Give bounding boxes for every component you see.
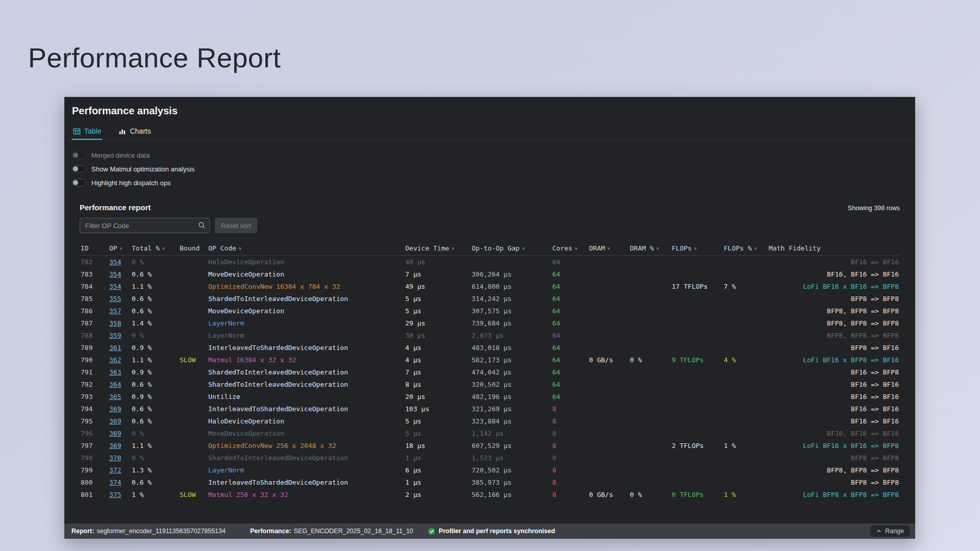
cell-op[interactable]: 369 <box>108 439 131 452</box>
cell-op[interactable]: 363 <box>108 366 131 378</box>
column-header-cores[interactable]: Cores▼ <box>551 241 588 256</box>
column-header-gap[interactable]: Op-to-Op Gap▼ <box>471 241 551 256</box>
cell-op[interactable]: 354 <box>108 256 131 268</box>
op-link[interactable]: 369 <box>109 442 121 449</box>
sort-arrow-icon[interactable]: ▼ <box>607 246 610 251</box>
sort-arrow-icon[interactable]: ▼ <box>694 246 697 251</box>
cell-op[interactable]: 370 <box>108 452 131 464</box>
column-header-flops[interactable]: FLOPs▼ <box>671 241 723 256</box>
cell-op[interactable]: 372 <box>108 464 131 476</box>
column-label: Device Time <box>405 244 449 252</box>
table-row[interactable]: 7913630.9 %ShardedToInterleavedDeviceOpe… <box>80 366 900 378</box>
column-header-id[interactable]: ID <box>80 241 108 256</box>
table-row[interactable]: 7943690.6 %InterleavedToShardedDeviceOpe… <box>80 403 900 415</box>
cell-op[interactable]: 361 <box>108 341 131 354</box>
column-header-total[interactable]: Total %▼ <box>131 241 179 256</box>
table-row[interactable]: 7983700 %ShardedToInterleavedDeviceOpera… <box>80 452 900 464</box>
op-link[interactable]: 369 <box>109 430 121 437</box>
column-header-flops_pct[interactable]: FLOPs %▼ <box>723 241 768 256</box>
cell-dram_pct <box>629 329 671 341</box>
table-row[interactable]: 7923640.6 %ShardedToInterleavedDeviceOpe… <box>80 378 900 390</box>
cell-op[interactable]: 369 <box>108 403 131 415</box>
op-link[interactable]: 364 <box>109 381 121 388</box>
cell-op[interactable]: 359 <box>108 329 131 341</box>
sort-arrow-icon[interactable]: ▼ <box>575 246 577 251</box>
op-link[interactable]: 369 <box>109 405 121 413</box>
op-link[interactable]: 369 <box>109 417 121 425</box>
cell-op[interactable]: 357 <box>108 305 131 317</box>
table-row[interactable]: 7933650.9 %Untilize20 µs482,196 µs64BF16… <box>80 390 900 403</box>
sort-arrow-icon[interactable]: ▼ <box>120 246 122 251</box>
column-header-bound[interactable]: Bound <box>179 241 207 256</box>
toggle-show-matmul-optimization[interactable]: Show Matmul optimization analysis <box>72 164 908 173</box>
cell-dram_pct <box>629 341 671 354</box>
op-link[interactable]: 354 <box>109 270 121 278</box>
performance-label: Performance: <box>250 528 291 535</box>
cell-op[interactable]: 362 <box>108 354 131 366</box>
cell-op[interactable]: 369 <box>108 427 131 439</box>
check-circle-icon <box>428 528 435 535</box>
table-row[interactable]: 7873581.4 %LayerNorm29 µs739,684 µs64BFP… <box>80 317 900 329</box>
sort-arrow-icon[interactable]: ▼ <box>656 246 659 251</box>
table-row[interactable]: 7903621.1 %SLOWMatmul 16384 x 32 x 324 µ… <box>80 354 900 366</box>
table-row[interactable]: 7953690.6 %HaloDeviceOperation5 µs323,88… <box>80 415 900 427</box>
op-link[interactable]: 355 <box>109 295 121 303</box>
sort-arrow-icon[interactable]: ▼ <box>522 246 525 251</box>
cell-total: 1.1 % <box>131 439 179 452</box>
range-button[interactable]: Range <box>870 525 910 537</box>
op-link[interactable]: 370 <box>109 454 121 462</box>
table-row[interactable]: 7843541.1 %OptimizedConvNew 16384 x 784 … <box>80 280 900 292</box>
cell-op[interactable]: 355 <box>108 292 131 305</box>
op-link[interactable]: 363 <box>109 368 121 376</box>
table-row[interactable]: 7833540.6 %MoveDeviceOperation7 µs306,26… <box>80 268 900 280</box>
cell-op[interactable]: 358 <box>108 317 131 329</box>
sort-arrow-icon[interactable]: ▼ <box>239 246 241 251</box>
op-link[interactable]: 362 <box>109 356 121 364</box>
sort-arrow-icon[interactable]: ▼ <box>754 246 757 251</box>
performance-table-container[interactable]: IDOP▼Total %▼BoundOP Code▼Device Time▼Op… <box>64 233 915 523</box>
cell-op[interactable]: 374 <box>108 476 131 488</box>
op-link[interactable]: 372 <box>109 466 121 474</box>
cell-op[interactable]: 354 <box>108 280 131 292</box>
op-link[interactable]: 374 <box>109 479 121 486</box>
table-row[interactable]: 7883590 %LayerNorm30 µs2,873 µs64BFP8, B… <box>80 329 900 341</box>
table-row[interactable]: 7823540 %HaloDeviceOperation40 µs64BF16 … <box>80 256 900 268</box>
reset-sort-button[interactable]: Reset sort <box>215 218 257 233</box>
filter-op-code-input[interactable] <box>80 218 210 233</box>
cell-op[interactable]: 364 <box>108 378 131 390</box>
column-header-op[interactable]: OP▼ <box>108 241 131 256</box>
op-link[interactable]: 354 <box>109 283 121 290</box>
column-header-device_time[interactable]: Device Time▼ <box>404 241 471 256</box>
cell-op[interactable]: 365 <box>108 390 131 403</box>
op-link[interactable]: 358 <box>109 319 121 327</box>
toggle-switch[interactable] <box>72 165 86 172</box>
table-row[interactable]: 8003740.6 %InterleavedToShardedDeviceOpe… <box>80 476 900 488</box>
cell-op[interactable]: 369 <box>108 415 131 427</box>
op-link[interactable]: 357 <box>109 307 121 315</box>
table-row[interactable]: 7973691.1 %OptimizedConvNew 256 x 2048 x… <box>80 439 900 452</box>
cell-op[interactable]: 354 <box>108 268 131 280</box>
table-row[interactable]: 7993721.3 %LayerNorm6 µs720,502 µs8BFP8,… <box>80 464 900 476</box>
table-row[interactable]: 7963690 %MoveDeviceOperation5 µs1,142 µs… <box>80 427 900 439</box>
column-header-dram[interactable]: DRAM▼ <box>588 241 629 256</box>
table-row[interactable]: 8013751 %SLOWMatmul 256 x 32 x 322 µs562… <box>80 488 900 500</box>
tab-charts[interactable]: Charts <box>117 125 152 140</box>
op-link[interactable]: 359 <box>109 332 121 339</box>
sort-arrow-icon[interactable]: ▼ <box>452 246 454 251</box>
table-row[interactable]: 7853550.6 %ShardedToInterleavedDeviceOpe… <box>80 292 900 305</box>
op-link[interactable]: 354 <box>109 258 121 266</box>
toggle-highlight-high-dispatch[interactable]: Highlight high dispatch ops <box>72 178 908 187</box>
table-row[interactable]: 7893610.9 %InterleavedToShardedDeviceOpe… <box>80 341 900 354</box>
cell-op_code: InterleavedToShardedDeviceOperation <box>207 476 404 488</box>
table-row[interactable]: 7863570.6 %MoveDeviceOperation5 µs307,57… <box>80 305 900 317</box>
sort-arrow-icon[interactable]: ▼ <box>162 246 165 251</box>
column-header-dram_pct[interactable]: DRAM %▼ <box>629 241 671 256</box>
op-link[interactable]: 361 <box>109 344 121 352</box>
column-header-fidelity[interactable]: Math Fidelity <box>768 241 900 256</box>
cell-op[interactable]: 375 <box>108 488 131 500</box>
toggle-switch[interactable] <box>72 179 86 186</box>
op-link[interactable]: 375 <box>109 491 121 498</box>
tab-table[interactable]: Table <box>72 125 102 140</box>
op-link[interactable]: 365 <box>109 393 121 400</box>
column-header-op_code[interactable]: OP Code▼ <box>207 241 404 256</box>
